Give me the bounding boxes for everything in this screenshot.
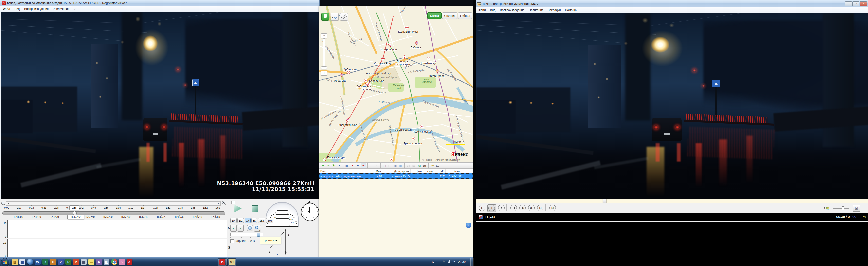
step-back-button[interactable]: ‹ bbox=[230, 225, 237, 232]
previous-button[interactable]: |◀ bbox=[510, 204, 517, 211]
maximize-button[interactable]: □ bbox=[852, 1, 859, 6]
seek-handle[interactable] bbox=[603, 199, 607, 204]
taskbar-project[interactable]: P bbox=[65, 258, 72, 265]
map-zoom-handle[interactable] bbox=[321, 67, 327, 69]
taskbar-explorer[interactable]: ▥ bbox=[11, 258, 18, 265]
delete-file-button[interactable]: × bbox=[350, 163, 355, 168]
next-button[interactable]: ▶| bbox=[536, 204, 544, 211]
taskbar-powerpoint[interactable]: P bbox=[72, 258, 80, 265]
more-menu-button[interactable]: · bbox=[337, 163, 342, 168]
taskbar-paint[interactable]: ◑ bbox=[118, 258, 125, 265]
column-header-Имя[interactable]: Имя bbox=[319, 169, 371, 173]
taskbar-sticky-notes[interactable]: ▬ bbox=[88, 258, 95, 265]
stop-button[interactable]: ■ bbox=[498, 204, 505, 211]
open-folder-button[interactable]: ▱ bbox=[430, 163, 435, 168]
play-button[interactable]: ▶ bbox=[478, 204, 486, 211]
forward-button[interactable]: ▶▶ bbox=[528, 204, 535, 211]
mute-icon[interactable]: ◄) bbox=[862, 215, 866, 218]
language-indicator[interactable]: RU bbox=[431, 260, 434, 263]
zoom-select-button[interactable] bbox=[331, 13, 339, 21]
backup-file-button[interactable]: + bbox=[361, 163, 366, 168]
remove-file-button[interactable]: − bbox=[326, 163, 331, 168]
speed-button-60x[interactable]: 60x bbox=[266, 218, 274, 223]
speed-button-15x[interactable]: 15x bbox=[258, 218, 265, 223]
copy-file-button[interactable]: ▣ bbox=[344, 163, 349, 168]
right-menu-Закладки[interactable]: Закладки bbox=[546, 8, 563, 12]
taskbar-control-panel[interactable]: ◧ bbox=[103, 258, 110, 265]
options-button[interactable]: ▣ bbox=[853, 205, 860, 211]
right-menu-Файл[interactable]: Файл bbox=[476, 8, 488, 12]
play-button[interactable] bbox=[234, 204, 242, 212]
scroll-left-icon[interactable]: ◄ bbox=[7, 202, 10, 205]
taskbar-clock[interactable]: 23:39 bbox=[458, 260, 466, 264]
file-table-row-selected[interactable]: вечер, настройки по умолчанию2:00сегодня… bbox=[319, 173, 473, 178]
rewind-button[interactable]: ◀◀ bbox=[519, 204, 526, 211]
taskbar-datakam-player[interactable]: D bbox=[218, 258, 227, 266]
tray-hidden-icons-icon[interactable]: ▴ bbox=[437, 260, 439, 263]
speed-button-1/2[interactable]: 1/2 bbox=[238, 218, 244, 223]
map-zoom-track[interactable] bbox=[323, 38, 325, 67]
seek-bar[interactable] bbox=[476, 199, 868, 204]
timeline-zoom-spinner[interactable]: 1 bbox=[231, 201, 235, 204]
right-video-view[interactable] bbox=[476, 13, 868, 199]
taskbar-word[interactable]: W bbox=[34, 258, 41, 265]
volume-bar-handle[interactable] bbox=[842, 206, 844, 210]
speed-button-1x[interactable]: 1x bbox=[245, 218, 251, 223]
ruler-button[interactable] bbox=[340, 13, 348, 21]
add-frame-button[interactable]: ▢ bbox=[382, 163, 387, 168]
blue-app-overlay-icon[interactable]: e bbox=[466, 223, 471, 228]
left-menu-?[interactable]: ? bbox=[71, 6, 78, 11]
step-button[interactable]: ▶‖ bbox=[549, 204, 556, 211]
refresh-list-button[interactable]: ↻ bbox=[332, 163, 336, 168]
map-zoom-out-button[interactable]: − bbox=[321, 33, 327, 38]
right-menu-Помощь[interactable]: Помощь bbox=[563, 8, 579, 12]
right-titlebar[interactable]: 321 вечер, настройки по умолчанию.MOV –□… bbox=[476, 0, 868, 7]
tray-network-icon[interactable]: ▟ bbox=[448, 260, 450, 263]
left-menu-Файл[interactable]: Файл bbox=[0, 6, 12, 11]
column-header-Дата, время[interactable]: Дата, время bbox=[383, 169, 410, 173]
add-file-button[interactable]: + bbox=[320, 163, 326, 168]
volume-bar[interactable] bbox=[834, 208, 849, 209]
export-image-button[interactable]: ▧ bbox=[417, 163, 422, 168]
taskbar-pdf-reader[interactable]: A bbox=[126, 258, 133, 265]
taskbar-excel[interactable]: X bbox=[42, 258, 49, 265]
stop-button[interactable] bbox=[251, 205, 258, 212]
save-file-button[interactable]: ▼ bbox=[355, 163, 360, 168]
timeline-zoom-in-button[interactable]: + bbox=[222, 201, 226, 205]
taskbar-browser-sphere[interactable] bbox=[27, 258, 34, 265]
volume-slider-handle[interactable] bbox=[257, 233, 260, 237]
timeline-slider-handle[interactable] bbox=[73, 211, 77, 215]
map-mode-satellite[interactable]: Спутник bbox=[442, 12, 458, 19]
column-header-км/ч[interactable]: км/ч bbox=[423, 169, 434, 173]
right-menu-Воспроизведение[interactable]: Воспроизведение bbox=[498, 8, 526, 12]
zoom-large-button[interactable] bbox=[254, 225, 261, 232]
left-menu-Вид[interactable]: Вид bbox=[12, 6, 22, 11]
pan-tool-button[interactable] bbox=[321, 13, 329, 21]
map-zoom-in-button[interactable]: + bbox=[321, 71, 327, 76]
speed-button-3x[interactable]: 3x bbox=[251, 218, 257, 223]
taskbar-save-tool[interactable]: ▦ bbox=[19, 258, 26, 265]
taskbar-chrome[interactable] bbox=[111, 258, 118, 265]
export-video-button[interactable]: ▩ bbox=[422, 163, 427, 168]
taskbar-calculator[interactable]: ▦ bbox=[80, 258, 87, 265]
taskbar-app-purple[interactable]: ◆ bbox=[95, 258, 102, 265]
copy-frames-button[interactable]: ▣ bbox=[393, 163, 398, 168]
loop-ab-checkbox[interactable] bbox=[230, 239, 234, 243]
right-menu-Вид[interactable]: Вид bbox=[488, 8, 498, 12]
link-frames-button[interactable]: ▣ bbox=[398, 163, 403, 168]
timeline-zoom-out-button[interactable]: − bbox=[1, 201, 5, 206]
column-header-Мин.[interactable]: Мин. bbox=[371, 169, 383, 173]
taskbar-media-player-321[interactable]: 321 bbox=[227, 258, 236, 266]
column-header-Путь[interactable]: Путь bbox=[410, 169, 423, 173]
step-forward-button[interactable]: › bbox=[237, 225, 244, 232]
speed-button-1/4[interactable]: 1/4 bbox=[230, 218, 237, 223]
map-mode-hybrid[interactable]: Гибрид bbox=[458, 12, 472, 19]
show-desktop-button[interactable] bbox=[470, 258, 474, 266]
column-header-Мб[interactable]: Мб bbox=[434, 169, 445, 173]
timeline-slider[interactable] bbox=[2, 211, 225, 215]
close-button[interactable]: × bbox=[860, 1, 867, 6]
column-header-Размер[interactable]: Размер bbox=[445, 169, 463, 173]
zoom-small-button[interactable] bbox=[247, 225, 253, 231]
pause-button[interactable]: ‖ bbox=[487, 204, 496, 212]
taskbar-outlook[interactable]: O bbox=[50, 258, 57, 265]
